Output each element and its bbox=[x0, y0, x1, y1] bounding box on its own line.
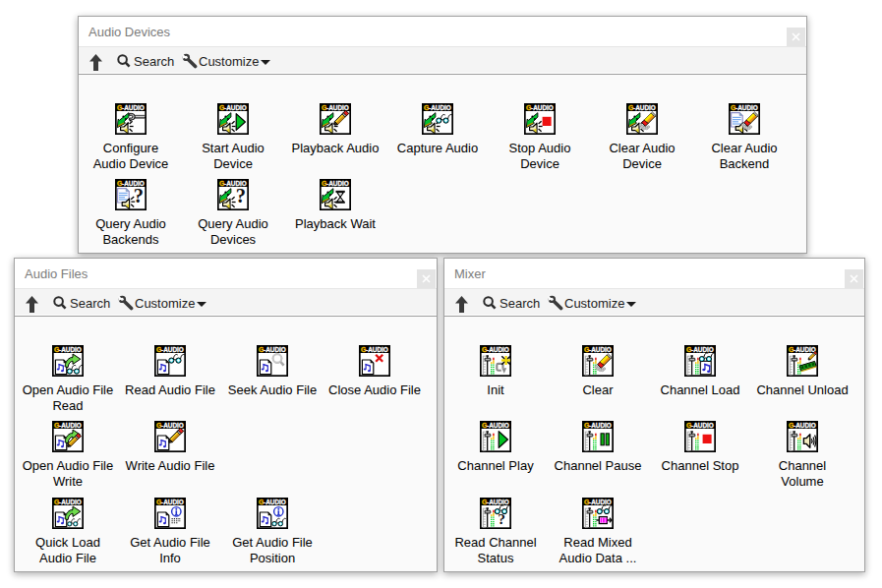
svg-text:?: ? bbox=[498, 510, 505, 527]
